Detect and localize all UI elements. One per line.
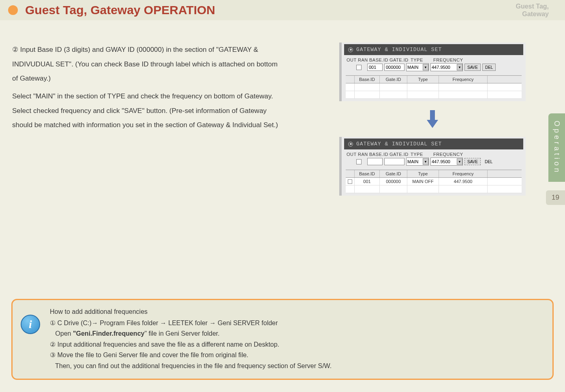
- frequency-value: 447.9500: [432, 65, 450, 70]
- th-frequency: Frequency: [439, 170, 488, 177]
- label-gateid: GATE.ID: [390, 58, 411, 62]
- label-baseid: BASE.ID: [369, 152, 390, 157]
- panel-title: GATEWAY & INDIVIDUAL SET: [356, 141, 442, 147]
- table-row: 001 000000 MAIN OFF 447.9500: [346, 178, 522, 185]
- cell-gateid: 000000: [380, 178, 407, 185]
- del-button[interactable]: DEL: [482, 158, 495, 165]
- breadcrumb-line1: Guest Tag,: [516, 2, 549, 10]
- info-line-1: ① C Drive (C:)→ Program Files folder → L…: [50, 318, 544, 328]
- arrow-down-icon: [425, 109, 440, 129]
- label-outran: OUT RAN: [347, 152, 369, 157]
- info-line-2: Open "Geni.Finder.frequency" file in Gen…: [50, 328, 544, 339]
- svg-rect-0: [430, 110, 435, 121]
- th-gateid: Gate.ID: [380, 76, 407, 83]
- svg-marker-1: [427, 120, 438, 128]
- content-area: ② Input Base ID (3 digits) and GWAY ID (…: [0, 20, 565, 196]
- table-header-row: Base.ID Gate.ID Type Frequency: [346, 170, 522, 178]
- table-row: [346, 83, 522, 91]
- baseid-input[interactable]: [367, 64, 383, 71]
- cell-type: MAIN OFF: [407, 178, 439, 185]
- field-input-row: MAIN ▼ 447.9500 ▼ SAVE DEL: [344, 63, 523, 75]
- outran-checkbox[interactable]: [356, 65, 362, 70]
- instruction-text: ② Input Base ID (3 digits) and GWAY ID (…: [12, 43, 280, 196]
- cell-frequency: 447.9500: [439, 178, 488, 185]
- header-left: Guest Tag, Gateway OPERATION: [8, 3, 215, 17]
- info-line-5: Then, you can find out the additional fr…: [50, 361, 544, 371]
- label-type: TYPE: [411, 58, 433, 62]
- info-callout: i How to add additional frequencies ① C …: [11, 299, 554, 380]
- table-header-row: Base.ID Gate.ID Type Frequency: [346, 75, 522, 83]
- del-button[interactable]: DEL: [482, 64, 496, 71]
- chevron-down-icon: ▼: [423, 64, 428, 70]
- gateid-input[interactable]: [384, 64, 404, 71]
- radio-icon: [348, 142, 353, 147]
- panel-title-bar: GATEWAY & INDIVIDUAL SET: [344, 138, 523, 149]
- outran-checkbox[interactable]: [356, 159, 362, 164]
- label-frequency: FREQUENCY: [433, 152, 466, 157]
- info-line-4: ③ Move the file to Geni Server file and …: [50, 350, 544, 360]
- radio-icon: [348, 47, 353, 52]
- baseid-input[interactable]: [367, 158, 383, 165]
- save-button[interactable]: SAVE: [464, 158, 481, 165]
- row-checkbox[interactable]: [346, 178, 355, 185]
- frequency-select[interactable]: 447.9500 ▼: [430, 63, 463, 71]
- table-row: [346, 91, 522, 99]
- info-icon: i: [21, 315, 40, 334]
- panel-title-bar: GATEWAY & INDIVIDUAL SET: [344, 44, 523, 55]
- type-value: MAIN: [407, 65, 419, 70]
- th-rest: [488, 170, 522, 177]
- field-labels-row: OUT RAN BASE.ID GATE.ID TYPE FREQUENCY: [344, 55, 523, 63]
- page-number: 19: [546, 190, 565, 205]
- frequency-value: 447.9500: [432, 159, 450, 164]
- page-header: Guest Tag, Gateway OPERATION Guest Tag, …: [0, 0, 565, 20]
- label-frequency: FREQUENCY: [433, 58, 466, 62]
- section-tab: Operation: [548, 113, 565, 182]
- field-labels-row: OUT RAN BASE.ID GATE.ID TYPE FREQUENCY: [344, 149, 523, 158]
- field-input-row: MAIN ▼ 447.9500 ▼ SAVE DEL: [344, 158, 523, 169]
- screenshot-column: GATEWAY & INDIVIDUAL SET OUT RAN BASE.ID…: [296, 43, 553, 196]
- chevron-down-icon: ▼: [423, 158, 428, 165]
- chevron-down-icon: ▼: [457, 158, 462, 165]
- th-baseid: Base.ID: [355, 76, 380, 83]
- th-type: Type: [407, 76, 439, 83]
- header-bullet-icon: [8, 5, 18, 15]
- th-gateid: Gate.ID: [380, 170, 407, 177]
- th-frequency: Frequency: [439, 76, 488, 83]
- table-row: [346, 185, 522, 193]
- page-title: Guest Tag, Gateway OPERATION: [25, 3, 215, 17]
- save-button[interactable]: SAVE: [464, 64, 481, 71]
- label-type: TYPE: [411, 152, 433, 157]
- paragraph-1: ② Input Base ID (3 digits) and GWAY ID (…: [12, 43, 280, 86]
- type-select[interactable]: MAIN ▼: [406, 63, 429, 71]
- frequency-select[interactable]: 447.9500 ▼: [430, 158, 463, 166]
- chevron-down-icon: ▼: [457, 64, 462, 70]
- info-content: How to add additional frequencies ① C Dr…: [50, 307, 544, 371]
- label-outran: OUT RAN: [347, 58, 369, 62]
- gateid-input[interactable]: [384, 158, 404, 165]
- th-rest: [488, 76, 522, 83]
- th-check: [346, 170, 355, 177]
- label-gateid: GATE.ID: [390, 152, 411, 157]
- panel-title: GATEWAY & INDIVIDUAL SET: [356, 47, 442, 53]
- type-select[interactable]: MAIN ▼: [406, 158, 429, 166]
- info-title: How to add additional frequencies: [50, 307, 544, 317]
- breadcrumb: Guest Tag, Gateway: [516, 2, 549, 18]
- gateway-panel-before: GATEWAY & INDIVIDUAL SET OUT RAN BASE.ID…: [339, 43, 526, 101]
- cell-baseid: 001: [355, 178, 380, 185]
- label-baseid: BASE.ID: [369, 58, 390, 62]
- th-baseid: Base.ID: [355, 170, 380, 177]
- th-type: Type: [407, 170, 439, 177]
- th-check: [346, 76, 355, 83]
- breadcrumb-line2: Gateway: [516, 10, 549, 18]
- gateway-panel-after: GATEWAY & INDIVIDUAL SET OUT RAN BASE.ID…: [339, 137, 526, 196]
- type-value: MAIN: [407, 159, 419, 164]
- paragraph-2: Select "MAIN" in the section of TYPE and…: [12, 89, 280, 132]
- info-line-3: ② Input additional frequencies and save …: [50, 339, 544, 350]
